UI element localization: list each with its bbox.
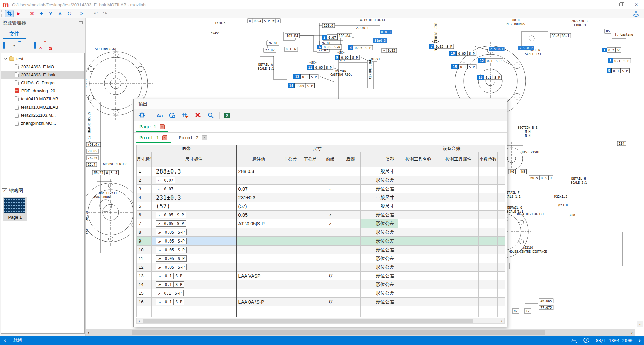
- file-item[interactable]: test20251103.M...: [1, 111, 84, 119]
- cell-dim-id[interactable]: 3: [137, 185, 152, 193]
- cell-prefix[interactable]: [320, 193, 340, 202]
- scroll-right-icon[interactable]: ›: [629, 330, 635, 335]
- cell-upper-tol[interactable]: [281, 254, 300, 263]
- cell-tool-name[interactable]: [398, 237, 438, 246]
- col-suffix[interactable]: 后缀: [340, 152, 361, 167]
- cell-upper-tol[interactable]: [281, 228, 300, 237]
- col-annotation[interactable]: 尺寸标注: [152, 152, 236, 167]
- cell-filler[interactable]: [498, 289, 505, 298]
- cell-tool-attr[interactable]: [438, 272, 479, 280]
- thumbnail-checkbox[interactable]: ✓: [2, 188, 7, 193]
- cell-prefix[interactable]: [320, 237, 340, 246]
- cell-suffix[interactable]: [340, 237, 361, 246]
- cell-prefix[interactable]: [320, 289, 340, 298]
- cell-dim-id[interactable]: 5: [137, 202, 152, 211]
- cell-filler[interactable]: [498, 167, 505, 176]
- cell-value[interactable]: [236, 237, 281, 246]
- cell-tool-name[interactable]: [398, 254, 438, 263]
- cell-type[interactable]: 形位公差: [361, 254, 398, 263]
- cell-suffix[interactable]: [340, 228, 361, 237]
- cell-lower-tol[interactable]: [300, 211, 320, 219]
- cell-annotation[interactable]: ↗↗0.05S-P: [152, 228, 236, 237]
- cell-value[interactable]: [236, 254, 281, 263]
- cell-decimals[interactable]: [479, 228, 498, 237]
- restore-button[interactable]: [613, 0, 629, 9]
- cell-lower-tol[interactable]: [300, 185, 320, 193]
- cell-tool-attr[interactable]: [438, 202, 479, 211]
- cell-upper-tol[interactable]: [281, 263, 300, 272]
- cell-value[interactable]: 231±0.3: [236, 193, 281, 202]
- cell-tool-attr[interactable]: [438, 289, 479, 298]
- cell-lower-tol[interactable]: [300, 263, 320, 272]
- table-edit-icon[interactable]: [181, 111, 189, 119]
- add-point-button[interactable]: +: [37, 10, 46, 17]
- cell-value[interactable]: 0.07: [236, 185, 281, 193]
- cell-tool-attr[interactable]: [438, 228, 479, 237]
- cell-annotation[interactable]: ↗↗0.1S-P: [152, 272, 236, 280]
- cell-annotation[interactable]: ▱0.07: [152, 176, 236, 185]
- cell-upper-tol[interactable]: [281, 167, 300, 176]
- cell-suffix[interactable]: [340, 167, 361, 176]
- cell-type[interactable]: 形位公差: [361, 219, 398, 228]
- delete-folder-button[interactable]: ⊘: [44, 42, 50, 49]
- cell-dim-id[interactable]: 8: [137, 228, 152, 237]
- cell-type[interactable]: 一般尺寸: [361, 193, 398, 202]
- cell-decimals[interactable]: [479, 237, 498, 246]
- cell-type[interactable]: 形位公差: [361, 228, 398, 237]
- cell-value[interactable]: AT \0.05|S-P: [236, 219, 281, 228]
- cell-suffix[interactable]: [340, 298, 361, 306]
- cell-decimals[interactable]: [479, 298, 498, 306]
- cell-upper-tol[interactable]: [281, 237, 300, 246]
- cell-dim-id[interactable]: 11: [137, 254, 152, 263]
- cell-type[interactable]: 形位公差: [361, 185, 398, 193]
- undo-button[interactable]: ↶: [91, 10, 100, 17]
- cell-tool-name[interactable]: [398, 289, 438, 298]
- cell-upper-tol[interactable]: [281, 176, 300, 185]
- info-bubble-icon[interactable]: i: [583, 338, 590, 343]
- cell-filler[interactable]: [498, 185, 505, 193]
- cell-annotation[interactable]: ↗0.1S-P: [152, 289, 236, 298]
- cell-tool-attr[interactable]: [438, 185, 479, 193]
- cell-upper-tol[interactable]: [281, 289, 300, 298]
- cell-tool-attr[interactable]: [438, 246, 479, 254]
- delete-file-button[interactable]: ✕: [34, 42, 41, 49]
- scrollbar-thumb[interactable]: [143, 319, 473, 323]
- cell-prefix[interactable]: [320, 263, 340, 272]
- col-tool-name[interactable]: 检测工具名称: [398, 152, 438, 167]
- cell-prefix[interactable]: ↗: [320, 219, 340, 228]
- minimize-button[interactable]: [598, 0, 613, 9]
- open-folder-button[interactable]: [18, 42, 25, 49]
- cell-lower-tol[interactable]: [300, 237, 320, 246]
- cell-lower-tol[interactable]: [300, 272, 320, 280]
- cell-tool-name[interactable]: [398, 272, 438, 280]
- cell-tool-name[interactable]: [398, 202, 438, 211]
- cell-filler[interactable]: [498, 211, 505, 219]
- cell-upper-tol[interactable]: [281, 193, 300, 202]
- cell-decimals[interactable]: [479, 289, 498, 298]
- cell-tool-name[interactable]: [398, 298, 438, 306]
- cell-tool-name[interactable]: [398, 263, 438, 272]
- cell-tool-attr[interactable]: [438, 254, 479, 263]
- cell-tool-attr[interactable]: [438, 176, 479, 185]
- cell-value[interactable]: 0.05: [236, 211, 281, 219]
- output-hscrollbar[interactable]: ‹ ›: [136, 318, 505, 324]
- status-left-chevron-icon[interactable]: ‹: [4, 336, 6, 345]
- folder-item-test[interactable]: test: [1, 55, 84, 63]
- excel-export-icon[interactable]: X: [224, 113, 230, 118]
- cell-suffix[interactable]: [340, 176, 361, 185]
- cell-tool-name[interactable]: [398, 246, 438, 254]
- drawing-canvas-area[interactable]: SECTION G-G15±0.55x45°4.15 H13(+0.4)2.8±…: [86, 18, 644, 336]
- cell-dim-id[interactable]: 12: [137, 263, 152, 272]
- cell-decimals[interactable]: [479, 167, 498, 176]
- rotate-tool-button[interactable]: ↻: [65, 10, 74, 17]
- cell-annotation[interactable]: ▱0.07: [152, 185, 236, 193]
- cell-type[interactable]: 形位公差: [361, 280, 398, 289]
- cell-filler[interactable]: [498, 228, 505, 237]
- cell-filler[interactable]: [498, 202, 505, 211]
- col-type[interactable]: 类型: [361, 152, 398, 167]
- cell-dim-id[interactable]: 2: [137, 176, 152, 185]
- cell-annotation[interactable]: 231±0.3: [152, 193, 236, 202]
- close-tab-icon[interactable]: ✕: [202, 135, 207, 140]
- cell-filler[interactable]: [498, 280, 505, 289]
- cell-annotation[interactable]: ↗↗0.05S-P: [152, 263, 236, 272]
